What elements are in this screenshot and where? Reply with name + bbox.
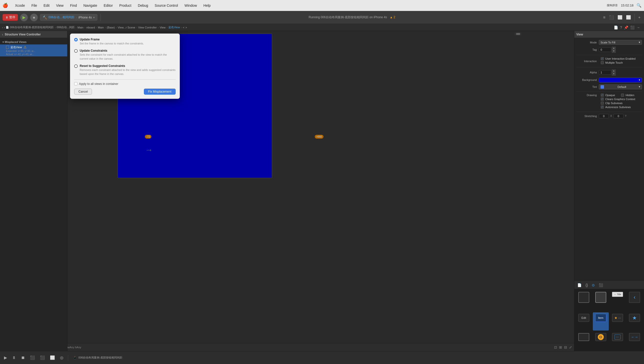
nav-back-btn[interactable]: ‹: [2, 26, 3, 29]
bc-nav-prev[interactable]: <: [183, 26, 184, 29]
object-item-1[interactable]: [576, 290, 592, 311]
menu-view[interactable]: View: [55, 3, 65, 8]
alpha-input[interactable]: [599, 70, 611, 75]
stop-button[interactable]: ■: [30, 14, 38, 22]
radio-update-constraints[interactable]: [74, 49, 78, 53]
object-item-back[interactable]: ‹: [626, 290, 642, 311]
bc-icon-5[interactable]: →: [636, 26, 640, 30]
debug-pause-btn[interactable]: ⏸: [11, 354, 18, 361]
mode-dropdown[interactable]: Scale To Fill ▾: [599, 40, 642, 45]
pause-button[interactable]: ⏸ 暂停: [3, 14, 18, 21]
opaque-checkbox[interactable]: [601, 94, 604, 96]
object-item-2[interactable]: [593, 290, 609, 311]
bc-icon-4[interactable]: ⬛: [630, 26, 634, 30]
object-item-3[interactable]: [576, 332, 592, 350]
search-icon[interactable]: 🔍: [636, 3, 641, 8]
sidebar-back-btn[interactable]: ‹: [2, 32, 3, 36]
tag-input[interactable]: [599, 48, 611, 52]
hidden-checkbox[interactable]: [621, 94, 624, 96]
menu-navigate[interactable]: Navigate: [83, 3, 98, 8]
bc-item2[interactable]: Main: [78, 26, 84, 29]
inspector-toggle[interactable]: ⬜: [625, 14, 632, 21]
object-item-dots[interactable]: ⋯: [610, 332, 626, 350]
menu-debug[interactable]: Debug: [137, 3, 149, 8]
debug-stop-btn[interactable]: ⏹: [20, 354, 27, 361]
stretch-x-field[interactable]: 0: [599, 114, 609, 118]
debug-step-out[interactable]: ⬜: [49, 354, 57, 361]
bc-item1[interactable]: 006自动...间距: [57, 26, 75, 29]
object-item-baritem[interactable]: Item: [593, 312, 609, 330]
canvas-content[interactable]: -72 +660 → Update Frame: [68, 31, 574, 343]
stretch-y-field[interactable]: 0: [613, 114, 623, 118]
debug-step-in[interactable]: ⬛: [39, 354, 47, 361]
menu-source-control[interactable]: Source Control: [154, 3, 179, 8]
obj-tab-media[interactable]: ⬛: [597, 282, 604, 288]
navigator-toggle[interactable]: ≡: [602, 14, 606, 21]
zoom-in[interactable]: +: [637, 14, 641, 21]
obj-tab-code[interactable]: {}: [584, 282, 589, 288]
bc-icon-3[interactable]: 📌: [624, 26, 628, 30]
bc-item4[interactable]: Main: [98, 26, 104, 29]
bc-item5[interactable]: (Base): [107, 26, 115, 29]
run-button[interactable]: ▶: [20, 14, 28, 22]
alpha-decrement[interactable]: ▼: [612, 72, 616, 76]
option-update-frame[interactable]: Update Frame Set the frame in the canvas…: [74, 38, 176, 46]
canvas-fit-btn[interactable]: ⊡: [554, 345, 557, 349]
menu-file[interactable]: File: [31, 3, 38, 8]
obj-tab-file[interactable]: 📄: [576, 282, 583, 288]
nav-fwd-btn[interactable]: ›: [4, 26, 5, 29]
apply-all-row[interactable]: Apply to all views in container: [74, 82, 176, 86]
menu-xcode[interactable]: Xcode: [14, 3, 26, 8]
obj-tab-objects[interactable]: ⊙: [590, 282, 596, 288]
object-item-star2[interactable]: ★: [626, 312, 642, 330]
option-reset-constraints[interactable]: Reset to Suggested Constraints Removes e…: [74, 64, 176, 76]
bc-item8[interactable]: View: [160, 26, 166, 29]
autoresize-checkbox[interactable]: [601, 106, 604, 108]
object-item-star1[interactable]: ★ ···: [610, 312, 626, 330]
alpha-increment[interactable]: ▲: [612, 70, 616, 72]
object-item-edit[interactable]: Edit: [576, 312, 592, 330]
background-dropdown[interactable]: ▾: [599, 78, 642, 82]
debug-locate[interactable]: ◎: [59, 354, 65, 361]
debug-toggle[interactable]: ⬛: [608, 14, 615, 21]
menu-find[interactable]: Find: [69, 3, 78, 8]
menu-editor[interactable]: Editor: [103, 3, 114, 8]
canvas-zoom-fit[interactable]: ⊞: [559, 345, 562, 349]
tag-decrement[interactable]: ▼: [612, 50, 616, 53]
bc-item9[interactable]: 蓝色View: [168, 26, 180, 29]
apple-menu[interactable]: 🍎: [3, 3, 8, 8]
scheme-selector[interactable]: 🔨 006自动…相同间距 › iPhone 4s ▾: [40, 14, 98, 21]
user-interaction-checkbox[interactable]: [601, 57, 604, 60]
bc-project[interactable]: 006自动布局案例-底部按钮相同间距: [10, 26, 54, 29]
object-item-4[interactable]: ⊖: [593, 332, 609, 350]
bc-icon-1[interactable]: 📄: [614, 26, 618, 30]
fix-misplacement-button[interactable]: Fix Misplacement: [144, 89, 176, 94]
bc-item6[interactable]: View...r Scene: [118, 26, 135, 29]
radio-update-frame[interactable]: [74, 38, 78, 42]
menu-help[interactable]: Help: [202, 3, 212, 8]
object-item-navtitle[interactable]: ← Title: [610, 290, 626, 311]
radio-reset-constraints[interactable]: [74, 64, 78, 68]
debug-run-btn[interactable]: ▶: [3, 354, 9, 361]
menu-window[interactable]: Window: [183, 3, 198, 8]
clears-graphics-checkbox[interactable]: [601, 98, 604, 100]
input-method[interactable]: 搜狗拼音: [607, 4, 618, 7]
assistant-toggle[interactable]: ⬜: [616, 14, 623, 21]
apply-all-checkbox[interactable]: [74, 82, 78, 86]
tag-increment[interactable]: ▲: [612, 47, 616, 50]
bc-nav-next[interactable]: >: [185, 26, 187, 29]
blue-view-item[interactable]: 蓝色View ⚠ Expected: x=30, y=30, w... Actu…: [0, 44, 67, 56]
multiple-touch-checkbox[interactable]: [601, 61, 604, 64]
misplaced-views-header[interactable]: ▾ Misplaced Views: [0, 40, 67, 44]
canvas-fullscreen-btn[interactable]: ⤢: [569, 345, 572, 349]
object-item-arrows[interactable]: ←→: [626, 332, 642, 350]
debug-step-over[interactable]: ⬛: [29, 354, 37, 361]
tint-dropdown[interactable]: Default ▾: [599, 84, 642, 90]
clip-subviews-checkbox[interactable]: [601, 102, 604, 104]
bc-icon-2[interactable]: ?: [620, 26, 622, 30]
option-update-constraints[interactable]: Update Constraints Sets the constraint f…: [74, 49, 176, 61]
canvas-zoom-fill[interactable]: ⊟: [564, 345, 567, 349]
cancel-button[interactable]: Cancel: [74, 89, 92, 94]
bc-item7[interactable]: View Controller: [138, 26, 157, 29]
menu-edit[interactable]: Edit: [43, 3, 51, 8]
